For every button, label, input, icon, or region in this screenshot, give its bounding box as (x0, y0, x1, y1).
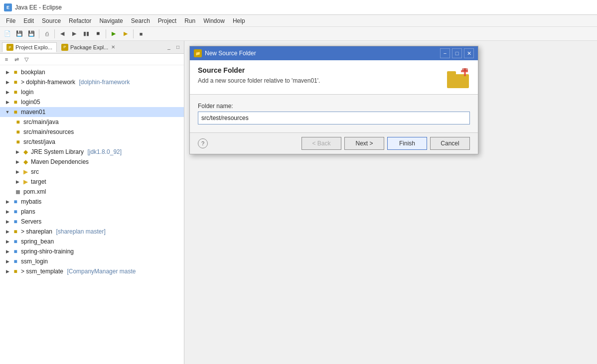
dialog-footer: ? < Back Next > Finish Cancel (190, 132, 478, 154)
icon-jre: ◆ (21, 148, 29, 156)
toggle-dolphin[interactable]: ▶ (4, 79, 11, 86)
tab-package-explorer[interactable]: P Package Expl... ✕ (57, 42, 120, 52)
tab-bar: P Project Explo... P Package Expl... ✕ _… (0, 41, 184, 54)
tree-item-dolphin[interactable]: ▶ ■ > dolphin-framework [dolphin-framewo… (0, 77, 184, 87)
title-bar: E Java EE - Eclipse (0, 0, 597, 15)
tree-item-maven01[interactable]: ▼ ■ maven01 (0, 107, 184, 117)
tree-item-src[interactable]: ▶ ▶ src (0, 167, 184, 177)
icon-dolphin: ■ (11, 78, 19, 86)
tree-item-ssm-login[interactable]: ▶ ■ ssm_login (0, 256, 184, 266)
tree-item-spring-shiro[interactable]: ▶ ■ spring-shiro-training (0, 246, 184, 256)
toolbar-debug[interactable]: ▶ (120, 28, 131, 39)
dialog-overlay: 📁 New Source Folder − □ ✕ Source Folder … (184, 41, 597, 364)
toggle-plans[interactable]: ▶ (4, 208, 11, 215)
toolbar-refresh[interactable]: ◾ (93, 28, 104, 39)
toggle-mybatis[interactable]: ▶ (4, 198, 11, 205)
tree-item-spring-bean[interactable]: ▶ ■ spring_bean (0, 237, 184, 246)
menu-navigate[interactable]: Navigate (95, 16, 127, 25)
minimize-panel[interactable]: _ (165, 43, 173, 51)
toggle-maven-deps[interactable]: ▶ (14, 158, 21, 165)
icon-ssm-template: ■ (11, 267, 19, 275)
tree-item-login[interactable]: ▶ ■ login (0, 87, 184, 97)
icon-spring-shiro: ■ (11, 247, 19, 255)
help-button[interactable]: ? (198, 138, 208, 148)
tree-item-src-main-java[interactable]: ■ src/main/java (0, 117, 184, 127)
menu-file[interactable]: File (2, 16, 19, 25)
icon-src-test-java: ■ (14, 138, 22, 146)
tab-project-explorer[interactable]: P Project Explo... (2, 42, 57, 52)
icon-plans: ■ (11, 208, 19, 216)
toggle-login05[interactable]: ▶ (4, 99, 11, 106)
dialog-header-title: Source Folder (198, 66, 440, 74)
menu-help[interactable]: Help (229, 16, 249, 25)
toolbar-run[interactable]: ▶ (108, 28, 119, 39)
tree-item-bookplan[interactable]: ▶ ■ bookplan (0, 67, 184, 77)
tab-close-package[interactable]: ✕ (111, 44, 115, 50)
tree-item-pom[interactable]: ◼ pom.xml (0, 187, 184, 197)
menu-refactor[interactable]: Refactor (65, 16, 95, 25)
toolbar-save[interactable]: 💾 (14, 28, 25, 39)
toolbar-sep-4 (133, 29, 134, 38)
tree-item-src-main-resources[interactable]: ■ src/main/resources (0, 127, 184, 137)
icon-src-main-resources: ■ (14, 128, 22, 136)
dialog-close-btn[interactable]: ✕ (464, 48, 474, 58)
icon-spring-bean: ■ (11, 238, 19, 245)
tree-item-shareplan[interactable]: ▶ ■ > shareplan [shareplan master] (0, 227, 184, 237)
toggle-spring-shiro[interactable]: ▶ (4, 248, 11, 255)
finish-button[interactable]: Finish (387, 137, 427, 150)
toolbar-stop[interactable]: ▮▮ (81, 28, 92, 39)
folder-illustration (446, 66, 470, 90)
dialog-title-icon: 📁 (194, 49, 202, 57)
toggle-servers[interactable]: ▶ (4, 218, 11, 225)
dialog-header-content: Source Folder Add a new source folder re… (198, 66, 440, 84)
tree-item-login05[interactable]: ▶ ■ login05 (0, 97, 184, 107)
toggle-ssm-login[interactable]: ▶ (4, 258, 11, 265)
menu-search[interactable]: Search (127, 16, 154, 25)
menu-project[interactable]: Project (154, 16, 180, 25)
next-button[interactable]: Next > (344, 137, 384, 150)
tree-item-src-test-java[interactable]: ■ src/test/java (0, 137, 184, 147)
toolbar-prev[interactable]: ◀ (57, 28, 68, 39)
menu-source[interactable]: Source (38, 16, 65, 25)
toggle-target[interactable]: ▶ (14, 178, 21, 185)
toggle-bookplan[interactable]: ▶ (4, 69, 11, 76)
toolbar-external[interactable]: ■ (136, 28, 147, 39)
cancel-button[interactable]: Cancel (430, 137, 470, 150)
menu-run[interactable]: Run (180, 16, 199, 25)
folder-name-input[interactable] (198, 112, 470, 124)
dialog-maximize-btn[interactable]: □ (452, 48, 462, 58)
dialog-header-subtitle: Add a new source folder relative to 'mav… (198, 77, 440, 84)
tree-item-servers[interactable]: ▶ ■ Servers (0, 217, 184, 227)
toggle-ssm-template[interactable]: ▶ (4, 268, 11, 275)
icon-pom-xml: ◼ (14, 188, 22, 196)
maximize-panel[interactable]: □ (174, 43, 182, 51)
tree-item-maven-deps[interactable]: ▶ ◆ Maven Dependencies (0, 157, 184, 167)
menu-window[interactable]: Window (199, 16, 229, 25)
menu-edit[interactable]: Edit (19, 16, 38, 25)
toggle-src[interactable]: ▶ (14, 168, 21, 175)
dialog-title-bar: 📁 New Source Folder − □ ✕ (190, 46, 478, 60)
toggle-jre[interactable]: ▶ (14, 148, 21, 155)
new-source-folder-dialog: 📁 New Source Folder − □ ✕ Source Folder … (189, 46, 478, 154)
toggle-shareplan[interactable]: ▶ (4, 228, 11, 235)
toolbar-save-all[interactable]: 💾 (26, 28, 37, 39)
toggle-login[interactable]: ▶ (4, 89, 11, 96)
toggle-maven01[interactable]: ▼ (4, 109, 11, 116)
tree-item-jre[interactable]: ▶ ◆ JRE System Library [jdk1.8.0_92] (0, 147, 184, 157)
toolbar-print[interactable]: ⎙ (41, 28, 52, 39)
icon-login05: ■ (11, 98, 19, 106)
toolbar-new[interactable]: 📄 (2, 28, 13, 39)
toolbar-next[interactable]: ▶ (69, 28, 80, 39)
tree-item-plans[interactable]: ▶ ■ plans (0, 207, 184, 217)
toggle-spring-bean[interactable]: ▶ (4, 238, 11, 245)
icon-maven-deps: ◆ (21, 158, 29, 166)
back-button[interactable]: < Back (301, 137, 341, 150)
link-with-editor-btn[interactable]: ⇌ (12, 55, 21, 64)
icon-servers: ■ (11, 218, 19, 226)
collapse-all-btn[interactable]: ≡ (2, 55, 11, 64)
tree-item-target[interactable]: ▶ ▶ target (0, 177, 184, 187)
tree-filter-btn[interactable]: ▽ (22, 55, 31, 64)
tree-item-mybatis[interactable]: ▶ ■ mybatis (0, 197, 184, 207)
tree-item-ssm-template[interactable]: ▶ ■ > ssm_template [CompanyManager maste (0, 266, 184, 276)
dialog-minimize-btn[interactable]: − (440, 48, 450, 58)
